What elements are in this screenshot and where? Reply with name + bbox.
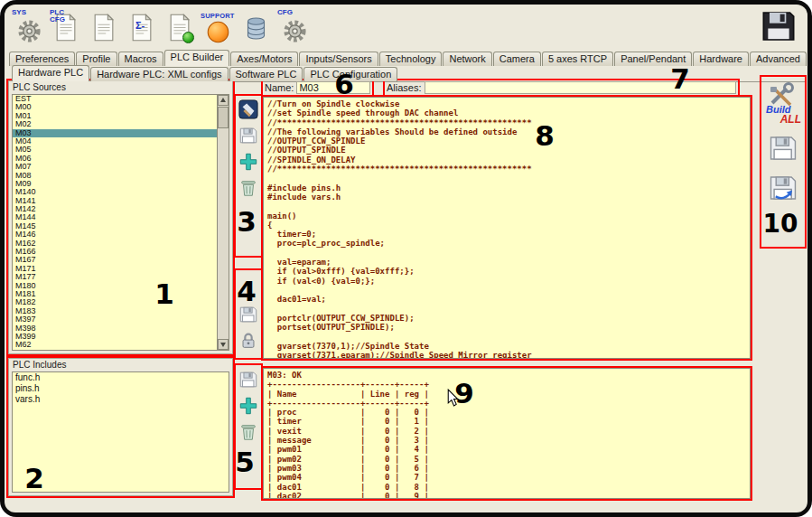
tab[interactable]: Inputs/Sensors (299, 52, 378, 66)
plc-sources-panel: PLC Sources ESTM00M01M02M03M04M05M06M07M… (8, 80, 233, 354)
plc-cfg-button[interactable]: PLC CFG (48, 6, 85, 50)
sources-scrollbar[interactable] (217, 95, 229, 350)
list-item[interactable]: M06 (13, 155, 229, 163)
list-item[interactable]: pins.h (13, 383, 229, 394)
unlock-button[interactable] (238, 331, 258, 351)
list-item[interactable]: M171 (13, 265, 229, 273)
sys-config-button[interactable]: SYS (10, 6, 47, 50)
list-item[interactable]: M183 (13, 307, 229, 315)
list-item[interactable]: M08 (13, 172, 229, 180)
save-config-button[interactable] (761, 8, 797, 44)
sys-label: SYS (12, 9, 26, 16)
list-item[interactable]: vars.h (13, 394, 229, 405)
list-item[interactable]: M144 (13, 213, 229, 221)
name-label: Name: (265, 82, 294, 93)
run-icon (182, 32, 194, 43)
tab[interactable]: Hardware PLC (12, 65, 89, 81)
list-item[interactable]: EST (13, 95, 229, 103)
aliases-field: Aliases: (385, 80, 738, 95)
build-all-label-all: ALL (780, 113, 801, 126)
output-text: M03: OK +------------------+------+-----… (264, 369, 750, 499)
plc-includes-list[interactable]: func.hpins.hvars.h (12, 371, 229, 493)
padlock-icon (238, 331, 258, 351)
tab[interactable]: Camera (493, 52, 541, 66)
tab[interactable]: Profile (76, 52, 117, 66)
tab[interactable]: Technology (379, 52, 443, 66)
list-item[interactable]: M01 (13, 112, 229, 120)
support-button[interactable]: SUPPORT (200, 6, 237, 50)
scroll-thumb[interactable] (218, 107, 229, 128)
sum-doc-button[interactable]: Σ- (124, 6, 161, 50)
list-item[interactable]: M167 (13, 256, 229, 264)
scroll-down-button[interactable] (218, 339, 229, 350)
main-tabs: PreferencesProfileMacrosPLC BuilderAxes/… (9, 50, 807, 66)
add-include-button[interactable] (238, 396, 258, 416)
list-item[interactable]: M62 (13, 341, 229, 349)
list-item[interactable]: M07 (13, 163, 229, 171)
list-item[interactable]: M166 (13, 248, 229, 256)
plus-icon (238, 152, 258, 172)
tab[interactable]: Software PLC (229, 67, 303, 81)
list-item[interactable]: M399 (13, 333, 229, 341)
add-source-button[interactable] (238, 152, 258, 172)
aliases-input[interactable] (425, 81, 736, 94)
plc-includes-title: PLC Includes (13, 360, 66, 370)
list-item[interactable]: M140 (13, 188, 229, 196)
list-item[interactable]: M142 (13, 205, 229, 213)
list-item[interactable]: M162 (13, 240, 229, 248)
tab[interactable]: Axes/Motors (230, 52, 298, 66)
list-item[interactable]: M182 (13, 298, 229, 306)
list-item[interactable]: M09 (13, 180, 229, 188)
list-item[interactable]: M145 (13, 222, 229, 230)
support-label: SUPPORT (201, 13, 235, 20)
list-item[interactable]: M180 (13, 282, 229, 290)
compiler-output: M03: OK +------------------+------+-----… (263, 368, 751, 499)
tab[interactable]: Hardware PLC: XML configs (90, 67, 228, 81)
tab[interactable]: PLC Builder (164, 50, 230, 66)
tab[interactable]: Preferences (9, 52, 75, 66)
tab[interactable]: Panel/Pendant (614, 52, 692, 66)
delete-source-button[interactable] (238, 178, 258, 198)
top-toolbar: SYS PLC CFG Σ- SUPPORT (10, 6, 313, 50)
list-item[interactable]: M398 (13, 324, 229, 333)
database-icon (244, 14, 268, 42)
tab[interactable]: 5 axes RTCP (542, 52, 613, 66)
tab[interactable]: Network (443, 52, 491, 66)
tab[interactable]: PLC Configuration (303, 67, 397, 81)
name-input[interactable]: M03 (296, 81, 370, 94)
list-item[interactable]: func.h (13, 372, 229, 383)
build-button[interactable] (238, 99, 258, 119)
delete-include-button[interactable] (238, 422, 258, 442)
save-all-button[interactable] (768, 133, 798, 164)
tab[interactable]: Advanced (750, 52, 807, 66)
list-item[interactable]: M03 (13, 129, 229, 137)
save-source-button[interactable] (238, 126, 258, 146)
plc-sources-list[interactable]: ESTM00M01M02M03M04M05M06M07M08M09M140M14… (12, 94, 229, 351)
list-item[interactable]: M397 (13, 315, 229, 324)
list-item[interactable]: M00 (13, 103, 229, 111)
trash-icon (238, 422, 258, 442)
cfg-button[interactable]: CFG (275, 6, 313, 50)
run-doc-button[interactable] (162, 6, 199, 50)
list-item[interactable]: M177 (13, 273, 229, 281)
mouse-cursor (447, 389, 459, 407)
list-item[interactable]: M141 (13, 197, 229, 205)
list-item[interactable]: M181 (13, 290, 229, 298)
save-button[interactable] (238, 305, 258, 324)
scroll-up-button[interactable] (218, 95, 229, 106)
down-arrow-icon (220, 343, 226, 350)
list-item[interactable]: M146 (13, 230, 229, 239)
build-all-button[interactable]: Build ALL (763, 81, 803, 124)
list-item[interactable]: M04 (13, 137, 229, 146)
code-editor[interactable]: //Turn on Spindle clockwise //set Spindl… (263, 97, 751, 359)
tab[interactable]: Macros (118, 52, 163, 66)
tab[interactable]: Hardware (693, 52, 749, 66)
list-item[interactable]: M02 (13, 120, 229, 128)
list-item[interactable]: M05 (13, 146, 229, 154)
export-button[interactable] (768, 173, 798, 203)
macros-doc-button[interactable] (86, 6, 123, 50)
save-include-button[interactable] (238, 370, 258, 390)
includes-toolbar (236, 365, 261, 488)
sub-tabs: Hardware PLCHardware PLC: XML configsSof… (12, 66, 398, 81)
database-button[interactable] (238, 6, 275, 50)
